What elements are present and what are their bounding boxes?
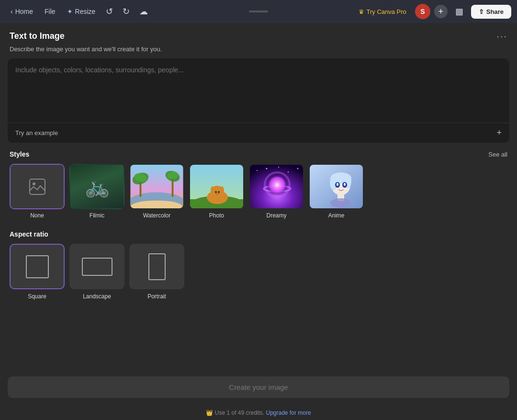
aspect-landscape-thumb	[69, 244, 124, 289]
styles-title: Styles	[10, 150, 29, 158]
svg-point-40	[330, 198, 351, 208]
upgrade-link[interactable]: Upgrade for more	[266, 409, 311, 416]
svg-point-28	[267, 174, 288, 195]
share-label: Share	[486, 8, 504, 15]
share-icon: ⇧	[479, 8, 484, 15]
aspect-landscape-label: Landscape	[83, 293, 111, 300]
styles-section: Styles See all None	[0, 143, 517, 223]
home-label: Home	[15, 8, 33, 15]
style-filmic[interactable]: 🚲 Filmic	[69, 164, 124, 219]
style-photo[interactable]: Photo	[189, 164, 244, 219]
svg-point-38	[344, 183, 346, 186]
photo-scene-svg	[190, 165, 244, 209]
aspect-ratio-title: Aspect ratio	[10, 230, 48, 238]
canva-pro-button[interactable]: ♛ Try Canva Pro	[354, 5, 411, 18]
style-watercolor[interactable]: Watercolor	[129, 164, 184, 219]
undo-button[interactable]: ↺	[102, 3, 117, 20]
svg-rect-0	[30, 179, 45, 194]
resize-menu[interactable]: ✦ Resize	[62, 5, 101, 18]
svg-point-22	[257, 170, 258, 171]
topbar-right: ♛ Try Canva Pro S + ▩ ⇧ Share	[354, 3, 511, 20]
avatar[interactable]: S	[415, 4, 430, 19]
topbar-left: ‹ Home File ✦ Resize ↺ ↻ ☁	[6, 3, 351, 20]
style-filmic-label: Filmic	[90, 212, 104, 219]
style-anime-thumb	[309, 164, 364, 209]
dreamy-scene-svg	[250, 165, 304, 209]
cloud-save-button[interactable]: ☁	[135, 3, 152, 20]
redo-button[interactable]: ↻	[119, 3, 134, 20]
aspect-square[interactable]: Square	[10, 244, 65, 300]
crown-credits-icon: 👑	[206, 409, 213, 416]
style-none-label: None	[30, 212, 44, 219]
resize-label: Resize	[75, 8, 96, 15]
style-filmic-thumb: 🚲	[69, 164, 124, 209]
chevron-left-icon: ‹	[11, 8, 13, 15]
aspect-landscape[interactable]: Landscape	[69, 244, 124, 300]
try-example-plus-icon: +	[496, 128, 502, 138]
svg-point-19	[218, 191, 220, 193]
svg-point-1	[33, 182, 35, 185]
topbar-center	[249, 11, 268, 12]
try-example-label: Try an example	[15, 129, 58, 136]
file-menu[interactable]: File	[40, 5, 60, 18]
style-watercolor-thumb	[129, 164, 184, 209]
topbar: ‹ Home File ✦ Resize ↺ ↻ ☁ ♛ Try Canva P…	[0, 0, 517, 23]
resize-icon: ✦	[67, 8, 73, 15]
more-options-button[interactable]: ···	[496, 31, 507, 42]
style-dreamy[interactable]: Dreamy	[249, 164, 304, 219]
svg-point-17	[219, 186, 224, 193]
create-btn-container: Create your image	[0, 369, 517, 406]
aspect-ratio-header: Aspect ratio	[10, 230, 507, 238]
prompt-textarea[interactable]	[8, 58, 509, 121]
file-label: File	[45, 8, 56, 15]
aspect-square-thumb	[10, 244, 65, 289]
drag-handle	[249, 11, 268, 12]
prompt-container: Try an example +	[8, 58, 509, 143]
style-photo-label: Photo	[209, 212, 224, 219]
try-example-bar[interactable]: Try an example +	[8, 123, 509, 143]
analytics-button[interactable]: ▩	[451, 3, 467, 20]
style-none[interactable]: None	[10, 164, 65, 219]
svg-point-23	[266, 168, 268, 170]
share-button[interactable]: ⇧ Share	[471, 5, 511, 19]
svg-point-26	[278, 167, 279, 168]
styles-grid: None 🚲 Filmic	[10, 164, 507, 219]
svg-point-37	[337, 183, 338, 186]
aspect-portrait-label: Portrait	[147, 293, 166, 300]
avatar-letter: S	[420, 8, 425, 15]
portrait-shape	[148, 253, 166, 280]
panel-title: Text to Image	[10, 31, 65, 41]
style-watercolor-label: Watercolor	[143, 212, 171, 219]
styles-header: Styles See all	[10, 150, 507, 158]
svg-point-18	[215, 191, 217, 193]
credits-text: Use 1 of 49 credits.	[215, 409, 264, 416]
style-dreamy-label: Dreamy	[266, 212, 286, 219]
add-team-button[interactable]: +	[434, 5, 448, 18]
style-anime-label: Anime	[328, 212, 344, 219]
aspect-square-label: Square	[28, 293, 46, 300]
aspect-ratio-section: Aspect ratio Square Landscape	[0, 223, 517, 304]
back-button[interactable]: ‹ Home	[6, 5, 38, 18]
credits-bar: 👑 Use 1 of 49 credits. Upgrade for more	[0, 406, 517, 420]
panel-description: Describe the image you want and we'll cr…	[0, 45, 517, 58]
aspect-portrait-thumb	[129, 244, 184, 289]
svg-point-24	[288, 171, 289, 172]
landscape-shape	[82, 258, 112, 276]
canva-pro-label: Try Canva Pro	[367, 8, 406, 15]
aspect-grid: Square Landscape Portrait	[10, 244, 507, 300]
square-shape	[26, 255, 49, 278]
svg-point-16	[211, 186, 215, 193]
style-anime[interactable]: Anime	[309, 164, 364, 219]
image-placeholder-icon	[29, 178, 46, 195]
anime-scene-svg	[310, 165, 364, 209]
svg-point-25	[297, 168, 299, 170]
crown-icon: ♛	[359, 8, 364, 15]
style-photo-thumb	[189, 164, 244, 209]
aspect-portrait[interactable]: Portrait	[129, 244, 184, 300]
style-none-thumb	[10, 164, 65, 209]
svg-point-20	[215, 193, 219, 195]
create-image-button[interactable]: Create your image	[8, 376, 509, 398]
watercolor-scene-svg	[130, 165, 183, 208]
style-dreamy-thumb	[249, 164, 304, 209]
see-all-button[interactable]: See all	[488, 151, 507, 158]
